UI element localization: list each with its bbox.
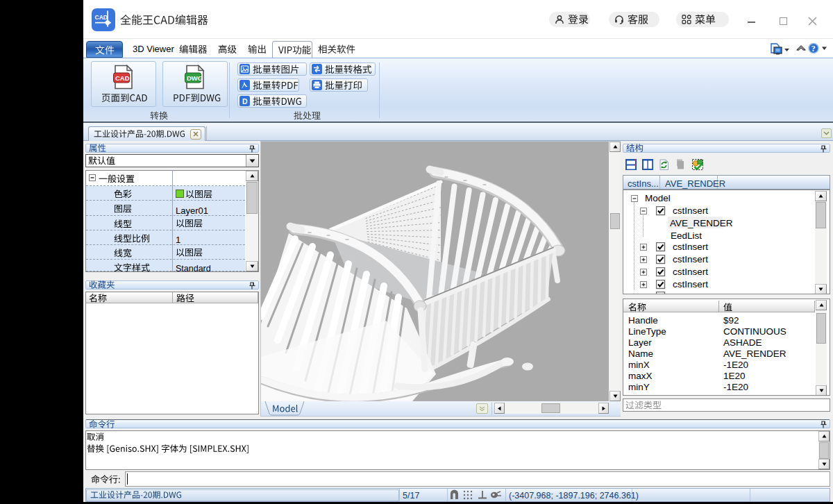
svg-text:DWG: DWG <box>187 74 203 82</box>
svg-text:?: ? <box>811 44 816 53</box>
svg-text:CAD: CAD <box>95 14 108 21</box>
svg-text:D: D <box>242 97 248 106</box>
svg-text:CAD: CAD <box>115 74 130 82</box>
